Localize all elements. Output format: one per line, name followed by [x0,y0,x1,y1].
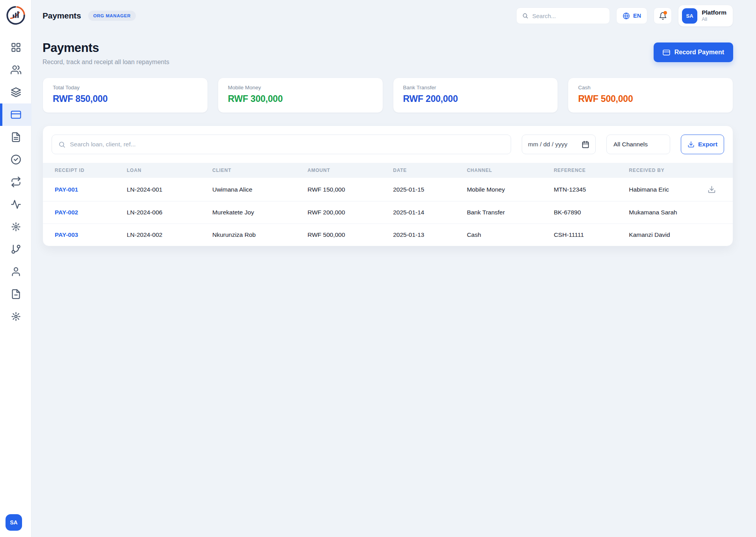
cell-channel: Mobile Money [464,178,551,201]
stat-label: Total Today [53,85,198,90]
export-button[interactable]: Export [681,135,724,154]
stat-value: RWF 500,000 [578,94,723,104]
global-search-input[interactable] [532,13,604,19]
sidebar-item-dashboard[interactable] [0,36,32,59]
main-content: Payments ORG MANAGER EN SA [32,0,756,537]
topbar-actions: EN SA Platform All [516,5,733,27]
cell-client: Murekatete Joy [209,201,304,224]
profile-name: Platform [702,9,726,17]
language-label: EN [633,13,641,19]
col-loan: LOAN [124,163,209,178]
sidebar-item-integrations[interactable] [0,238,32,260]
receipt-link[interactable]: PAY-003 [55,231,78,238]
table-filter-row: mm / dd / yyyy All Channels Export [43,126,733,163]
date-filter-value: mm / dd / yyyy [528,141,567,148]
sidebar-item-reports[interactable] [0,283,32,305]
sidebar-item-approvals[interactable] [0,148,32,171]
receipt-link[interactable]: PAY-002 [55,209,78,216]
table-row: PAY-001 LN-2024-001 Uwimana Alice RWF 15… [43,178,733,201]
language-selector[interactable]: EN [616,7,647,24]
col-receipt-id: RECEIPT ID [43,163,124,178]
sidebar: SA [0,0,32,537]
cell-amount: RWF 150,000 [304,178,390,201]
cell-received-by: Mukamana Sarah [626,201,704,224]
stat-label: Cash [578,85,723,90]
cell-reference: BK-67890 [550,201,626,224]
stat-card-cash: Cash RWF 500,000 [568,78,733,113]
git-branch-icon [11,244,21,255]
cell-loan: LN-2024-001 [124,178,209,201]
sidebar-item-clients[interactable] [0,59,32,81]
credit-card-icon [663,49,670,56]
col-reference: REFERENCE [550,163,626,178]
cell-received-by: Habimana Eric [626,178,704,201]
sidebar-bottom-avatar[interactable]: SA [6,514,22,531]
search-icon [58,141,66,148]
stat-label: Bank Transfer [403,85,548,90]
cell-amount: RWF 500,000 [304,224,390,246]
date-filter[interactable]: mm / dd / yyyy [522,135,596,154]
channel-filter-select[interactable]: All Channels [606,135,670,154]
record-payment-label: Record Payment [674,49,724,56]
sidebar-item-profile[interactable] [0,260,32,283]
bar-chart-logo-icon [6,5,26,26]
profile-scope: All [702,17,726,22]
sidebar-item-documents[interactable] [0,126,32,148]
search-icon [522,12,528,19]
stat-card-bank-transfer: Bank Transfer RWF 200,000 [393,78,558,113]
record-payment-button[interactable]: Record Payment [654,42,733,62]
global-search[interactable] [516,7,610,24]
cell-amount: RWF 200,000 [304,201,390,224]
profile-avatar: SA [682,8,697,24]
stat-value: RWF 300,000 [228,94,373,104]
table-search[interactable] [52,135,511,154]
activity-icon [11,199,21,210]
page-title: Payments [43,41,169,55]
topbar: Payments ORG MANAGER EN SA [43,0,733,31]
file-icon [11,289,21,299]
cell-reference: MTN-12345 [550,178,626,201]
cell-date: 2025-01-15 [390,178,463,201]
sun-icon [11,311,21,322]
user-icon [11,266,21,277]
sidebar-item-activity[interactable] [0,193,32,216]
profile-menu[interactable]: SA Platform All [678,5,733,27]
app-root: SA Payments ORG MANAGER EN [0,0,756,537]
cell-date: 2025-01-13 [390,224,463,246]
table-header-row: RECEIPT ID LOAN CLIENT AMOUNT DATE CHANN… [43,163,733,178]
col-date: DATE [390,163,463,178]
stat-label: Mobile Money [228,85,373,90]
topbar-title: Payments [43,11,81,20]
check-circle-icon [11,154,21,165]
page-header: Payments Record, track and receipt all l… [43,41,733,66]
cell-reference: CSH-11111 [550,224,626,246]
col-actions [704,163,733,178]
page-header-text: Payments Record, track and receipt all l… [43,41,169,66]
globe-icon [623,12,630,20]
download-receipt-icon[interactable] [708,185,716,194]
cell-client: Nkurunziza Rob [209,224,304,246]
sidebar-item-transactions[interactable] [0,171,32,193]
layers-icon [11,87,21,98]
sidebar-item-processing[interactable] [0,216,32,238]
receipt-link[interactable]: PAY-001 [55,186,78,193]
sidebar-item-portfolio[interactable] [0,81,32,103]
sidebar-item-payments[interactable] [0,103,32,126]
table-row: PAY-002 LN-2024-006 Murekatete Joy RWF 2… [43,201,733,224]
notifications-button[interactable] [654,7,672,24]
col-amount: AMOUNT [304,163,390,178]
cell-received-by: Kamanzi David [626,224,704,246]
app-logo[interactable] [0,0,32,31]
cell-loan: LN-2024-002 [124,224,209,246]
repeat-icon [11,177,21,187]
calendar-icon [582,140,589,148]
cell-channel: Bank Transfer [464,201,551,224]
table-search-input[interactable] [70,141,505,148]
sidebar-item-settings[interactable] [0,305,32,328]
grid-icon [11,42,21,53]
payments-table: RECEIPT ID LOAN CLIENT AMOUNT DATE CHANN… [43,163,733,246]
stats-row: Total Today RWF 850,000 Mobile Money RWF… [43,78,733,113]
users-icon [11,65,21,75]
download-icon [687,141,695,148]
role-badge: ORG MANAGER [88,11,136,21]
